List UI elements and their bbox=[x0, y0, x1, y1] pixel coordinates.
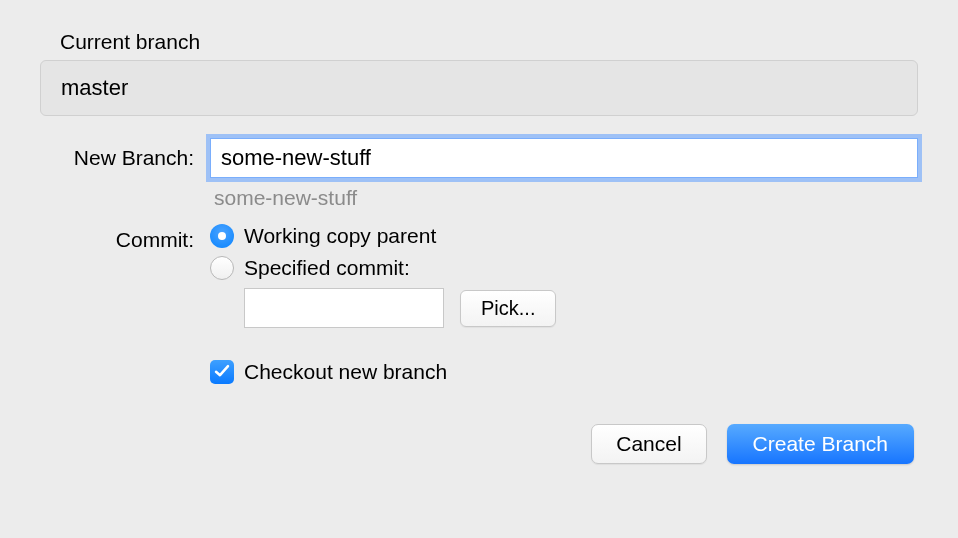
create-branch-button[interactable]: Create Branch bbox=[727, 424, 914, 464]
dialog-buttons: Cancel Create Branch bbox=[40, 424, 918, 464]
pick-button[interactable]: Pick... bbox=[460, 290, 556, 327]
new-branch-row: New Branch: some-new-stuff bbox=[40, 138, 918, 210]
current-branch-label: Current branch bbox=[60, 30, 918, 54]
current-branch-section: Current branch master bbox=[40, 30, 918, 116]
checkout-checkbox-label: Checkout new branch bbox=[244, 360, 447, 384]
new-branch-label: New Branch: bbox=[40, 138, 210, 170]
radio-specified-label: Specified commit: bbox=[244, 256, 410, 280]
radio-specified-commit[interactable]: Specified commit: bbox=[210, 256, 918, 280]
radio-button-icon bbox=[210, 224, 234, 248]
commit-label: Commit: bbox=[40, 220, 210, 252]
specified-commit-input[interactable] bbox=[244, 288, 444, 328]
new-branch-input[interactable] bbox=[210, 138, 918, 178]
radio-working-copy-label: Working copy parent bbox=[244, 224, 436, 248]
radio-working-copy-parent[interactable]: Working copy parent bbox=[210, 224, 918, 248]
commit-row: Commit: Working copy parent Specified co… bbox=[40, 220, 918, 350]
current-branch-value: master bbox=[40, 60, 918, 116]
checkbox-icon bbox=[210, 360, 234, 384]
cancel-button[interactable]: Cancel bbox=[591, 424, 706, 464]
checkout-checkbox-row[interactable]: Checkout new branch bbox=[210, 360, 918, 384]
radio-button-icon bbox=[210, 256, 234, 280]
new-branch-hint: some-new-stuff bbox=[214, 186, 918, 210]
